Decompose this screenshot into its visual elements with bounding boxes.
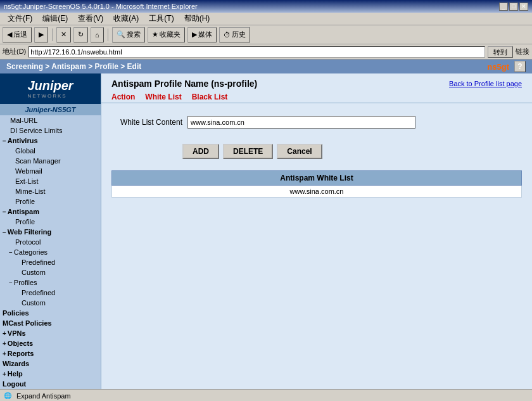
sidebar-logo: Juniper NETWORKS	[0, 73, 101, 104]
window-title: ns5gt:Juniper-ScreenOS 5.4.0r1.0 - Micro…	[4, 3, 198, 10]
sidebar-item-antispam[interactable]: − Antispam	[0, 207, 101, 217]
back-to-profile-link[interactable]: Back to Profile list page	[449, 80, 522, 87]
sidebar-item-help[interactable]: + Help	[0, 369, 101, 379]
sidebar-item-mcast-policies[interactable]: MCast Policies	[0, 318, 101, 328]
menu-bar: 文件(F) 编辑(E) 查看(V) 收藏(A) 工具(T) 帮助(H)	[0, 13, 532, 25]
title-bar-buttons: _ □ ✕	[499, 3, 528, 11]
breadcrumb: Screening > Antispam > Profile > Edit	[6, 62, 141, 71]
sidebar-item-predefined-cat[interactable]: Predefined	[0, 257, 101, 267]
sidebar-item-objects[interactable]: + Objects	[0, 338, 101, 348]
status-text: Expand Antispam	[16, 392, 71, 400]
forward-button[interactable]: ▶	[34, 27, 48, 42]
delete-button[interactable]: DELETE	[223, 144, 273, 159]
sidebar-item-reports[interactable]: + Reports	[0, 348, 101, 359]
sidebar-item-profile-as[interactable]: Profile	[0, 217, 101, 227]
menu-help[interactable]: 帮助(H)	[179, 12, 215, 25]
sidebar-item-mal-url[interactable]: Mal-URL	[0, 115, 101, 125]
page-title: Antispam Profile Name (ns-profile)	[111, 79, 257, 89]
sidebar-item-vpns[interactable]: + VPNs	[0, 328, 101, 338]
form-row-content: White List Content	[111, 116, 522, 129]
status-bar: 🌐 Expand Antispam	[0, 389, 532, 401]
menu-favorites[interactable]: 收藏(A)	[108, 12, 144, 25]
menu-edit[interactable]: 编辑(E)	[37, 12, 73, 25]
history-button[interactable]: ⏱ 历史	[219, 27, 250, 42]
media-button[interactable]: ▶ 媒体	[187, 27, 217, 42]
content-area: Juniper NETWORKS Juniper-NS5GT Mal-URL D…	[0, 73, 532, 389]
sidebar-item-webmail[interactable]: Webmail	[0, 166, 101, 176]
tabs-bar: Action White List Black List	[101, 91, 532, 103]
white-list-content-input[interactable]	[187, 116, 415, 129]
status-icon: 🌐	[4, 392, 11, 399]
menu-view[interactable]: 查看(V)	[73, 12, 108, 25]
stop-button[interactable]: ✕	[56, 27, 71, 42]
cancel-button[interactable]: Cancel	[277, 144, 322, 159]
menu-file[interactable]: 文件(F)	[3, 12, 37, 25]
sidebar-item-logout[interactable]: Logout	[0, 379, 101, 389]
form-area: White List Content	[101, 111, 532, 140]
table-cell-value: www.sina.com.cn	[112, 186, 522, 198]
sidebar-item-policies[interactable]: Policies	[0, 308, 101, 318]
sidebar-item-scan-manager[interactable]: Scan Manager	[0, 156, 101, 166]
hostname-label: ns5gt	[487, 62, 509, 72]
title-bar: ns5gt:Juniper-ScreenOS 5.4.0r1.0 - Micro…	[0, 0, 532, 13]
white-list-content-label: White List Content	[111, 118, 187, 127]
sidebar-username: Juniper-NS5GT	[0, 104, 101, 115]
sidebar-item-categories[interactable]: − Categories	[0, 247, 101, 257]
sidebar-item-wizards[interactable]: Wizards	[0, 359, 101, 369]
go-button[interactable]: 转到	[488, 46, 513, 58]
sidebar-item-custom-cat[interactable]: Custom	[0, 267, 101, 277]
links-label: 链接	[516, 47, 529, 56]
menu-tools[interactable]: 工具(T)	[144, 12, 179, 25]
address-bar: 地址(D) 转到 链接	[0, 44, 532, 60]
main-panel: Antispam Profile Name (ns-profile) Back …	[101, 73, 532, 389]
sidebar-item-di-service-limits[interactable]: DI Service Limits	[0, 125, 101, 136]
help-button[interactable]: ?	[514, 61, 526, 72]
tab-whitelist[interactable]: White List	[145, 91, 181, 103]
sidebar-item-predefined-prof[interactable]: Predefined	[0, 288, 101, 298]
sidebar-item-global[interactable]: Global	[0, 146, 101, 156]
sidebar-item-ext-list[interactable]: Ext-List	[0, 176, 101, 186]
sidebar-item-mime-list[interactable]: Mime-List	[0, 186, 101, 196]
page-header: Antispam Profile Name (ns-profile) Back …	[101, 73, 532, 91]
sidebar-item-antivirus[interactable]: − Antivirus	[0, 136, 101, 146]
add-button[interactable]: ADD	[182, 144, 219, 159]
sidebar-item-web-filtering[interactable]: − Web Filtering	[0, 227, 101, 237]
maximize-button[interactable]: □	[509, 3, 518, 11]
breadcrumb-bar: Screening > Antispam > Profile > Edit ns…	[0, 60, 532, 73]
minimize-button[interactable]: _	[499, 3, 508, 11]
search-button[interactable]: 🔍 搜索	[112, 27, 145, 42]
sidebar-item-protocol[interactable]: Protocol	[0, 237, 101, 247]
whitelist-table: Antispam White List www.sina.com.cn	[111, 170, 522, 198]
tab-blacklist[interactable]: Black List	[192, 91, 228, 103]
table-row: www.sina.com.cn	[112, 186, 522, 198]
refresh-button[interactable]: ↻	[73, 27, 88, 42]
juniper-logo: Juniper	[27, 79, 73, 93]
home-button[interactable]: ⌂	[91, 27, 104, 42]
toolbar: ◀ 后退 ▶ ✕ ↻ ⌂ 🔍 搜索 ★ 收藏夹 ▶ 媒体 ⏱ 历史	[0, 25, 532, 44]
back-button[interactable]: ◀ 后退	[3, 27, 32, 42]
favorites-button[interactable]: ★ 收藏夹	[148, 27, 185, 42]
sidebar: Juniper NETWORKS Juniper-NS5GT Mal-URL D…	[0, 73, 101, 389]
sidebar-item-profile-av[interactable]: Profile	[0, 196, 101, 207]
buttons-row: ADD DELETE Cancel	[101, 140, 532, 163]
address-label: 地址(D)	[3, 47, 26, 56]
table-header: Antispam White List	[112, 171, 522, 186]
sidebar-item-profiles-wf[interactable]: − Profiles	[0, 277, 101, 288]
sidebar-item-custom-prof[interactable]: Custom	[0, 298, 101, 308]
tab-action[interactable]: Action	[111, 91, 135, 103]
address-input[interactable]	[28, 46, 485, 58]
close-button[interactable]: ✕	[519, 3, 528, 11]
